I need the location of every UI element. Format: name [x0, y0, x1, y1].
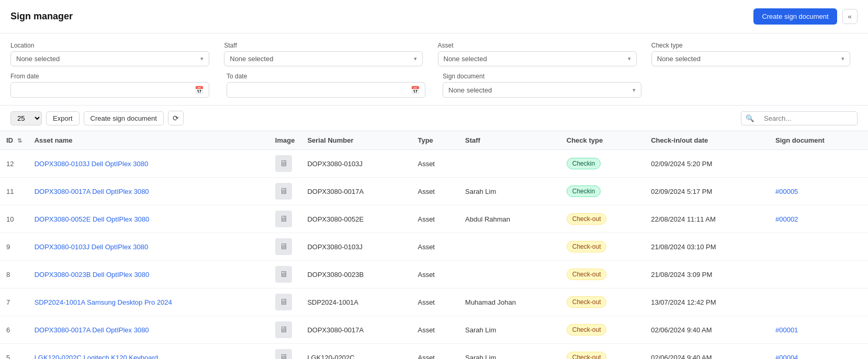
asset-name-link[interactable]: LGK120-0202C Logitech K120 Keyboard — [35, 354, 158, 360]
cell-serial: DOPX3080-0103J — [301, 233, 411, 261]
cell-type: Asset — [411, 316, 459, 344]
search-input[interactable] — [759, 111, 858, 125]
page-header: Sign manager Create sign document « — [0, 0, 868, 33]
search-area: 🔍 — [741, 111, 858, 125]
sign-doc-filter-group: Sign document None selected ▾ — [443, 73, 651, 98]
to-date-calendar-icon[interactable]: 📅 — [411, 86, 420, 94]
from-date-input[interactable] — [16, 86, 195, 94]
cell-date: 02/09/2024 5:20 PM — [645, 150, 769, 178]
col-check-type: Check type — [560, 131, 645, 150]
cell-name: DOPX3080-0017A Dell OptIPlex 3080 — [28, 178, 269, 205]
asset-name-link[interactable]: DOPX3080-0103J Dell OptIPlex 3080 — [35, 243, 149, 251]
cell-serial: DOPX3080-0017A — [301, 178, 411, 205]
filter-row-2: From date 📅 To date 📅 Sign document None… — [0, 66, 868, 105]
check-type-filter-group: Check type None selected ▾ — [651, 42, 858, 66]
cell-date: 21/08/2024 3:09 PM — [645, 261, 769, 288]
cell-id: 12 — [0, 150, 28, 178]
asset-image: 🖥 — [275, 266, 292, 283]
cell-date: 22/08/2024 11:11 AM — [645, 205, 769, 233]
asset-image: 🖥 — [275, 294, 292, 310]
to-date-input[interactable] — [232, 86, 411, 94]
cell-check-type: Check-out — [560, 261, 645, 288]
asset-label: Asset — [438, 42, 644, 49]
asset-name-link[interactable]: DOPX3080-0103J Dell OptIPlex 3080 — [35, 160, 149, 168]
sign-doc-value: None selected — [448, 86, 492, 94]
cell-sign-doc: #00002 — [769, 205, 868, 233]
cell-staff: Sarah Lim — [459, 316, 560, 344]
staff-select[interactable]: None selected ▾ — [224, 51, 423, 66]
check-type-badge: Check-out — [567, 352, 607, 359]
header-actions: Create sign document « — [753, 8, 858, 25]
to-date-filter-group: To date 📅 — [227, 73, 435, 98]
toolbar-create-sign-button[interactable]: Create sign document — [84, 111, 164, 125]
check-type-badge: Check-out — [567, 213, 607, 225]
sign-doc-label: Sign document — [443, 73, 651, 80]
cell-name: LGK120-0202C Logitech K120 Keyboard — [28, 344, 269, 360]
asset-name-link[interactable]: DOPX3080-0023B Dell OptIPlex 3080 — [35, 271, 150, 279]
location-select[interactable]: None selected ▾ — [10, 51, 209, 66]
search-icon-button[interactable]: 🔍 — [741, 111, 759, 125]
asset-name-link[interactable]: DOPX3080-0017A Dell OptIPlex 3080 — [35, 188, 149, 195]
asset-image: 🖥 — [275, 211, 292, 227]
asset-image: 🖥 — [275, 321, 292, 338]
asset-image: 🖥 — [275, 183, 292, 200]
asset-name-link[interactable]: SDP2024-1001A Samsung Desktop Pro 2024 — [35, 298, 172, 306]
refresh-button[interactable]: ⟳ — [168, 111, 184, 125]
cell-type: Asset — [411, 261, 459, 288]
sign-doc-link[interactable]: #00004 — [775, 354, 798, 360]
cell-staff: Sarah Lim — [459, 178, 560, 205]
per-page-select[interactable]: 25 50 100 — [10, 111, 42, 125]
staff-chevron-icon: ▾ — [414, 55, 417, 62]
cell-image: 🖥 — [269, 344, 301, 360]
from-date-label: From date — [10, 73, 219, 80]
cell-check-type: Check-out — [560, 233, 645, 261]
col-image: Image — [269, 131, 301, 150]
sign-doc-link[interactable]: #00002 — [775, 215, 798, 223]
cell-sign-doc: #00001 — [769, 316, 868, 344]
location-filter-group: Location None selected ▾ — [10, 42, 217, 66]
check-type-label: Check type — [651, 42, 858, 49]
table-row: 9 DOPX3080-0103J Dell OptIPlex 3080 🖥 DO… — [0, 233, 868, 261]
cell-sign-doc — [769, 288, 868, 316]
data-table-container: ID ⇅ Asset name Image Serial Number Type… — [0, 131, 868, 359]
id-sort-icon[interactable]: ⇅ — [17, 137, 22, 144]
check-type-badge: Checkin — [567, 186, 601, 197]
cell-name: DOPX3080-0103J Dell OptIPlex 3080 — [28, 233, 269, 261]
create-sign-document-button[interactable]: Create sign document — [753, 8, 837, 25]
cell-serial: SDP2024-1001A — [301, 288, 411, 316]
sign-doc-link[interactable]: #00005 — [775, 188, 798, 195]
cell-image: 🖥 — [269, 178, 301, 205]
cell-date: 02/06/2024 9:40 AM — [645, 344, 769, 360]
from-date-calendar-icon[interactable]: 📅 — [195, 86, 204, 94]
check-type-value: None selected — [657, 55, 701, 63]
cell-type: Asset — [411, 344, 459, 360]
cell-check-type: Check-out — [560, 205, 645, 233]
check-type-select[interactable]: None selected ▾ — [651, 51, 850, 66]
asset-image: 🖥 — [275, 238, 292, 255]
sign-doc-select[interactable]: None selected ▾ — [443, 82, 641, 98]
asset-name-link[interactable]: DOPX3080-0017A Dell OptIPlex 3080 — [35, 326, 149, 334]
cell-id: 8 — [0, 261, 28, 288]
cell-id: 11 — [0, 178, 28, 205]
staff-filter-group: Staff None selected ▾ — [224, 42, 430, 66]
asset-name-link[interactable]: DOPX3080-0052E Dell OptIPlex 3080 — [35, 215, 150, 223]
page-title: Sign manager — [10, 11, 73, 22]
collapse-button[interactable]: « — [842, 9, 858, 24]
table-row: 6 DOPX3080-0017A Dell OptIPlex 3080 🖥 DO… — [0, 316, 868, 344]
table-body: 12 DOPX3080-0103J Dell OptIPlex 3080 🖥 D… — [0, 150, 868, 360]
asset-filter-group: Asset None selected ▾ — [438, 42, 644, 66]
col-asset-name: Asset name — [28, 131, 269, 150]
from-date-filter-group: From date 📅 — [10, 73, 219, 98]
asset-image: 🖥 — [275, 155, 292, 172]
check-type-chevron-icon: ▾ — [841, 55, 844, 62]
export-button[interactable]: Export — [46, 111, 80, 125]
asset-image: 🖥 — [275, 349, 292, 359]
col-sign-doc: Sign document — [769, 131, 868, 150]
cell-sign-doc — [769, 150, 868, 178]
col-serial: Serial Number — [301, 131, 411, 150]
col-staff: Staff — [459, 131, 560, 150]
sign-doc-link[interactable]: #00001 — [775, 326, 798, 334]
check-type-badge: Checkin — [567, 158, 601, 169]
cell-type: Asset — [411, 288, 459, 316]
asset-select[interactable]: None selected ▾ — [438, 51, 637, 66]
